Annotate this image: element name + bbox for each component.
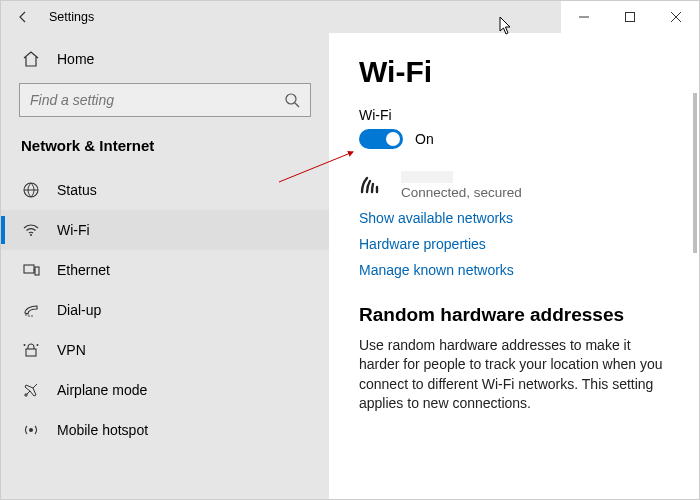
svg-point-15	[29, 428, 33, 432]
wifi-toggle[interactable]	[359, 129, 403, 149]
sidebar-item-hotspot[interactable]: Mobile hotspot	[1, 410, 329, 450]
network-status: Connected, secured	[401, 185, 522, 200]
sidebar-item-vpn[interactable]: VPN	[1, 330, 329, 370]
sidebar: Home Network & Internet Status Wi-Fi	[1, 33, 329, 499]
link-known-networks[interactable]: Manage known networks	[359, 262, 671, 278]
svg-point-9	[25, 314, 27, 316]
search-icon	[284, 92, 300, 108]
svg-point-11	[31, 315, 33, 317]
svg-rect-6	[24, 265, 34, 273]
window-title: Settings	[49, 10, 94, 24]
search-box[interactable]	[19, 83, 311, 117]
svg-rect-1	[626, 13, 635, 22]
vpn-icon	[21, 340, 41, 360]
sidebar-item-dialup[interactable]: Dial-up	[1, 290, 329, 330]
sidebar-item-label: Wi-Fi	[57, 222, 90, 238]
wifi-toggle-row: On	[359, 129, 671, 149]
wifi-section-label: Wi-Fi	[359, 107, 671, 123]
close-button[interactable]	[653, 1, 699, 33]
page-title: Wi-Fi	[359, 55, 671, 89]
sidebar-item-ethernet[interactable]: Ethernet	[1, 250, 329, 290]
sidebar-item-label: VPN	[57, 342, 86, 358]
sidebar-item-label: Mobile hotspot	[57, 422, 148, 438]
svg-point-5	[30, 234, 32, 236]
svg-point-2	[286, 94, 296, 104]
main-content: Wi-Fi Wi-Fi On Connected, secured Show a…	[329, 33, 699, 499]
maximize-button[interactable]	[607, 1, 653, 33]
random-addresses-description: Use random hardware addresses to make it…	[359, 336, 669, 413]
svg-point-10	[28, 315, 30, 317]
wifi-signal-icon	[359, 174, 387, 198]
sidebar-item-label: Dial-up	[57, 302, 101, 318]
sidebar-home[interactable]: Home	[1, 39, 329, 79]
wifi-icon	[21, 220, 41, 240]
hotspot-icon	[21, 420, 41, 440]
search-input[interactable]	[30, 92, 284, 108]
sidebar-item-wifi[interactable]: Wi-Fi	[1, 210, 329, 250]
svg-line-3	[295, 103, 299, 107]
sidebar-home-label: Home	[57, 51, 94, 67]
svg-rect-12	[26, 349, 36, 356]
sidebar-item-airplane[interactable]: Airplane mode	[1, 370, 329, 410]
sidebar-item-label: Airplane mode	[57, 382, 147, 398]
dialup-icon	[21, 300, 41, 320]
sidebar-item-label: Status	[57, 182, 97, 198]
random-addresses-heading: Random hardware addresses	[359, 304, 671, 326]
svg-rect-7	[35, 267, 39, 275]
ethernet-icon	[21, 260, 41, 280]
current-network[interactable]: Connected, secured	[359, 171, 671, 200]
titlebar: Settings	[1, 1, 699, 33]
svg-point-13	[24, 344, 26, 346]
airplane-icon	[21, 380, 41, 400]
wifi-toggle-state: On	[415, 131, 434, 147]
minimize-button[interactable]	[561, 1, 607, 33]
sidebar-category: Network & Internet	[1, 127, 329, 170]
link-available-networks[interactable]: Show available networks	[359, 210, 671, 226]
link-hardware-properties[interactable]: Hardware properties	[359, 236, 671, 252]
globe-icon	[21, 180, 41, 200]
back-button[interactable]	[1, 1, 45, 33]
sidebar-item-label: Ethernet	[57, 262, 110, 278]
network-name-redacted	[401, 171, 453, 183]
home-icon	[21, 49, 41, 69]
sidebar-item-status[interactable]: Status	[1, 170, 329, 210]
svg-point-14	[37, 344, 39, 346]
scrollbar[interactable]	[693, 93, 697, 253]
